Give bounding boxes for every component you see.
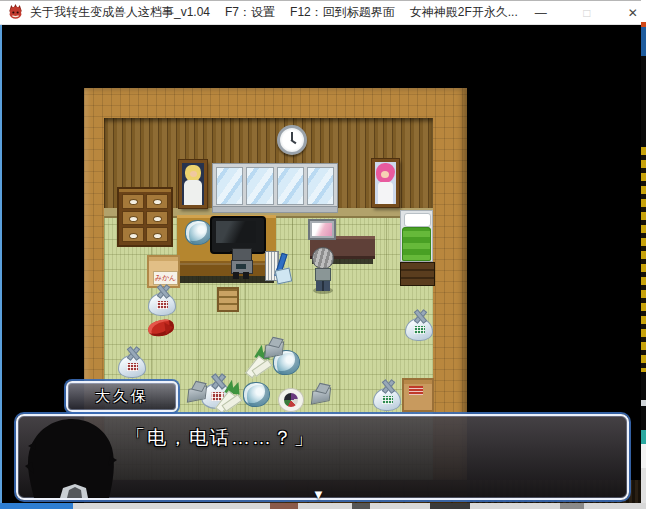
poster-pink-face: [381, 171, 389, 178]
dresser-drawer: [146, 227, 168, 242]
dialogue-text: 「电，电话……？」: [126, 425, 315, 451]
step-stool: [217, 287, 239, 312]
robot-legs: [233, 272, 249, 279]
dresser-drawer: [122, 227, 144, 242]
dresser: [117, 187, 173, 247]
hint-f7: F7：设置: [225, 4, 275, 21]
background-window-sliver-right: [641, 0, 646, 509]
window-pane: [216, 167, 243, 205]
trash-bag: [118, 347, 146, 378]
speaker-silhouette-portrait: [20, 416, 122, 498]
window-pane: [277, 167, 304, 205]
sliver-fragment: [560, 503, 584, 509]
small-tv: [308, 219, 336, 240]
player-character-sprite: [312, 247, 334, 294]
robot-toy: [229, 248, 253, 280]
minimize-button[interactable]: —: [518, 1, 564, 24]
desk-shadow: [179, 276, 274, 283]
window-panes: [212, 163, 338, 213]
food-plate-item: [278, 388, 304, 412]
trash-bag: [405, 310, 433, 341]
dresser-drawer: [146, 194, 168, 209]
app-icon: [7, 4, 24, 21]
dresser-drawer: [122, 211, 144, 226]
poster-blonde-girl: [179, 160, 207, 208]
cardboard-box: [402, 378, 434, 412]
window-pane: [246, 167, 273, 205]
trash-bag: [148, 285, 176, 316]
background-window-sliver-left: [0, 25, 2, 503]
speaker-name-box: 大久保: [66, 381, 178, 412]
desk-front: [177, 263, 276, 276]
sliver-lower-blocks: [641, 372, 646, 509]
mikan-box-label: みかん: [153, 271, 178, 285]
sliver-fragment: [270, 503, 298, 509]
poster-blonde-face: [190, 171, 197, 177]
window-title: 关于我转生变成兽人这档事_v1.04: [30, 4, 210, 21]
wall-clock: [277, 125, 307, 155]
speaker-name: 大久保: [95, 387, 149, 406]
background-window-sliver-bottom: [0, 503, 646, 509]
bed-pillow: [404, 213, 431, 227]
desk-books: [265, 251, 289, 281]
sliver-fragment: [352, 503, 370, 509]
leek-item: [215, 382, 245, 412]
dialogue-continue-icon: ▼: [312, 488, 325, 501]
game-screen[interactable]: みかん: [0, 25, 641, 503]
bed: [400, 210, 433, 262]
caption-buttons: — □ ✕: [518, 1, 646, 24]
hint-f12: F12：回到标题界面: [290, 4, 395, 21]
maximize-button[interactable]: □: [564, 1, 610, 24]
dresser-drawer: [146, 211, 168, 226]
window-titlebar[interactable]: 关于我转生变成兽人这档事_v1.04 F7：设置 F12：回到标题界面 女神神殿…: [0, 0, 641, 25]
character-legs: [316, 281, 330, 291]
dresser-drawer: [122, 194, 144, 209]
trash-bag: [373, 380, 401, 411]
character-body: [315, 268, 331, 281]
poster-pink-dress: [378, 182, 393, 204]
mikan-cardboard-box: みかん: [147, 255, 180, 288]
bed-foot-shelf: [400, 262, 435, 286]
sliver-fragment: [430, 503, 470, 509]
bed-blanket: [402, 227, 431, 261]
hint-extra: 女神神殿2F开永久...: [410, 4, 518, 21]
window-pane: [307, 167, 334, 205]
screenshot-root: 关于我转生变成兽人这档事_v1.04 F7：设置 F12：回到标题界面 女神神殿…: [0, 0, 646, 509]
taskbar-fragment: [0, 503, 73, 509]
poster-pink-girl: [372, 159, 399, 207]
poster-blonde-dress: [184, 180, 202, 205]
character-hair: [312, 247, 334, 269]
sliver-list-bands: [641, 147, 646, 372]
